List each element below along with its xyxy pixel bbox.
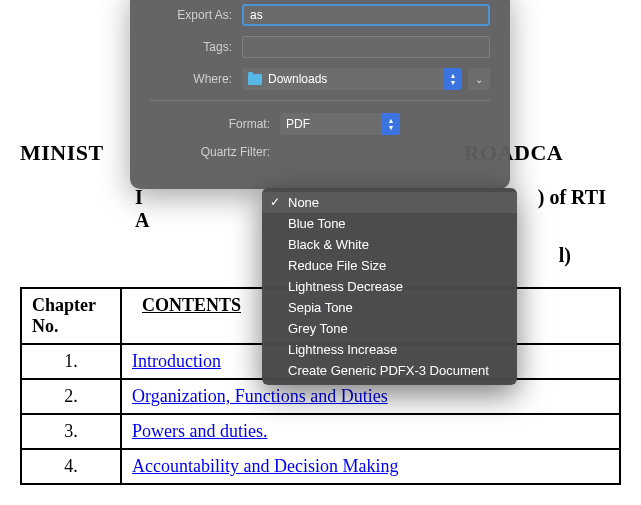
row-num: 4. — [21, 449, 121, 484]
export-sheet: Export As: Tags: Where: Downloads ▲▼ ⌄ F… — [130, 0, 510, 189]
quartz-filter-menu: ✓ None Blue Tone Black & White Reduce Fi… — [262, 188, 517, 385]
format-popup[interactable]: PDF ▲▼ — [280, 113, 400, 135]
export-as-label: Export As: — [150, 8, 232, 22]
row-num: 3. — [21, 414, 121, 449]
where-label: Where: — [150, 72, 232, 86]
row-num: 1. — [21, 344, 121, 379]
divider — [150, 100, 490, 101]
updown-icon: ▲▼ — [382, 113, 400, 135]
menu-item-create-pdfx3[interactable]: Create Generic PDFX-3 Document — [262, 360, 517, 381]
table-row: 3. Powers and duties. — [21, 414, 620, 449]
format-value: PDF — [286, 117, 310, 131]
toc-link-powers[interactable]: Powers and duties. — [132, 421, 267, 441]
quartz-filter-label: Quartz Filter: — [150, 145, 270, 159]
toc-link-accountability[interactable]: Accountability and Decision Making — [132, 456, 398, 476]
chevron-down-icon: ⌄ — [475, 74, 483, 85]
menu-item-grey-tone[interactable]: Grey Tone — [262, 318, 517, 339]
expand-button[interactable]: ⌄ — [468, 68, 490, 90]
menu-item-sepia-tone[interactable]: Sepia Tone — [262, 297, 517, 318]
menu-item-reduce-file-size[interactable]: Reduce File Size — [262, 255, 517, 276]
where-value: Downloads — [268, 72, 327, 86]
format-label: Format: — [150, 117, 270, 131]
table-header-chapter: Chapter No. — [21, 288, 121, 344]
row-num: 2. — [21, 379, 121, 414]
menu-item-none[interactable]: ✓ None — [262, 192, 517, 213]
toc-link-organization[interactable]: Organization, Functions and Duties — [132, 386, 388, 406]
menu-item-black-white[interactable]: Black & White — [262, 234, 517, 255]
tags-label: Tags: — [150, 40, 232, 54]
check-icon: ✓ — [270, 195, 280, 209]
menu-item-blue-tone[interactable]: Blue Tone — [262, 213, 517, 234]
table-row: 4. Accountability and Decision Making — [21, 449, 620, 484]
menu-item-lightness-decrease[interactable]: Lightness Decrease — [262, 276, 517, 297]
tags-input[interactable] — [242, 36, 490, 58]
export-as-input[interactable] — [242, 4, 490, 26]
updown-icon: ▲▼ — [444, 68, 462, 90]
menu-item-lightness-increase[interactable]: Lightness Increase — [262, 339, 517, 360]
folder-icon — [248, 74, 262, 85]
toc-link-introduction[interactable]: Introduction — [132, 351, 221, 371]
where-popup[interactable]: Downloads ▲▼ — [242, 68, 462, 90]
